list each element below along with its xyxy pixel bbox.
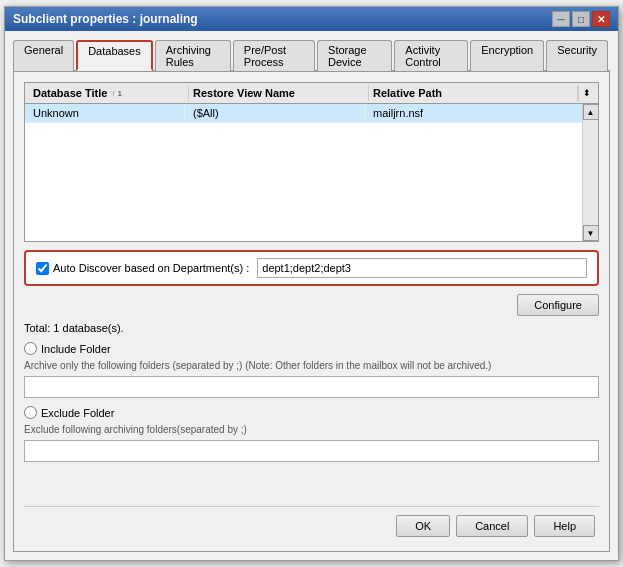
scroll-down-arrow[interactable]: ▼	[583, 225, 599, 241]
sort-icon: ↑ 1	[111, 89, 122, 98]
tab-panel-databases: Database Title ↑ 1 Restore View Name Rel…	[13, 72, 610, 552]
table-header: Database Title ↑ 1 Restore View Name Rel…	[25, 83, 598, 104]
exclude-folder-radio[interactable]	[24, 406, 37, 419]
configure-row: Configure	[24, 294, 599, 316]
table-body: Unknown ($All) mailjrn.nsf	[25, 104, 582, 241]
scroll-up-arrow[interactable]: ▲	[583, 104, 599, 120]
cancel-button[interactable]: Cancel	[456, 515, 528, 537]
tab-databases[interactable]: Databases	[76, 40, 153, 71]
tab-security[interactable]: Security	[546, 40, 608, 71]
exclude-folder-input[interactable]	[24, 440, 599, 462]
auto-discover-checkbox[interactable]	[36, 262, 49, 275]
col-header-restore-view: Restore View Name	[189, 85, 369, 101]
cell-title: Unknown	[25, 104, 185, 122]
tab-encryption[interactable]: Encryption	[470, 40, 544, 71]
total-label: Total: 1 database(s).	[24, 322, 599, 334]
scroll-track[interactable]	[583, 120, 598, 225]
minimize-button[interactable]: ─	[552, 11, 570, 27]
tab-activity-control[interactable]: Activity Control	[394, 40, 468, 71]
include-folder-input[interactable]	[24, 376, 599, 398]
include-folder-description: Archive only the following folders (sepa…	[24, 359, 599, 372]
exclude-folder-section: Exclude Folder Exclude following archivi…	[24, 406, 599, 462]
maximize-button[interactable]: □	[572, 11, 590, 27]
include-folder-section: Include Folder Archive only the followin…	[24, 342, 599, 398]
tab-storage-device[interactable]: Storage Device	[317, 40, 392, 71]
window-title: Subclient properties : journaling	[13, 12, 198, 26]
tab-archiving-rules[interactable]: Archiving Rules	[155, 40, 231, 71]
auto-discover-row: Auto Discover based on Department(s) :	[24, 250, 599, 286]
exclude-folder-description: Exclude following archiving folders(sepa…	[24, 423, 599, 436]
database-table: Database Title ↑ 1 Restore View Name Rel…	[24, 82, 599, 242]
tabs-row: General Databases Archiving Rules Pre/Po…	[13, 39, 610, 72]
vertical-scrollbar[interactable]: ▲ ▼	[582, 104, 598, 241]
department-input[interactable]	[257, 258, 587, 278]
cell-relative-path: mailjrn.nsf	[365, 104, 582, 122]
configure-button[interactable]: Configure	[517, 294, 599, 316]
tab-pre-post-process[interactable]: Pre/Post Process	[233, 40, 315, 71]
help-button[interactable]: Help	[534, 515, 595, 537]
col-header-title: Database Title ↑ 1	[29, 85, 189, 101]
bottom-buttons: OK Cancel Help	[24, 506, 599, 541]
table-scroll-wrapper: Unknown ($All) mailjrn.nsf ▲ ▼	[25, 104, 598, 241]
include-folder-radio[interactable]	[24, 342, 37, 355]
auto-discover-label[interactable]: Auto Discover based on Department(s) :	[36, 262, 249, 275]
table-row[interactable]: Unknown ($All) mailjrn.nsf	[25, 104, 582, 123]
col-header-relative-path: Relative Path	[369, 85, 578, 101]
cell-restore-view: ($All)	[185, 104, 365, 122]
tab-general[interactable]: General	[13, 40, 74, 71]
sort-control[interactable]: ⬍	[578, 85, 594, 101]
include-folder-label[interactable]: Include Folder	[24, 342, 599, 355]
ok-button[interactable]: OK	[396, 515, 450, 537]
title-bar: Subclient properties : journaling ─ □ ✕	[5, 7, 618, 31]
close-button[interactable]: ✕	[592, 11, 610, 27]
content-area: General Databases Archiving Rules Pre/Po…	[5, 31, 618, 560]
exclude-folder-label[interactable]: Exclude Folder	[24, 406, 599, 419]
main-window: Subclient properties : journaling ─ □ ✕ …	[4, 6, 619, 561]
title-bar-buttons: ─ □ ✕	[552, 11, 610, 27]
